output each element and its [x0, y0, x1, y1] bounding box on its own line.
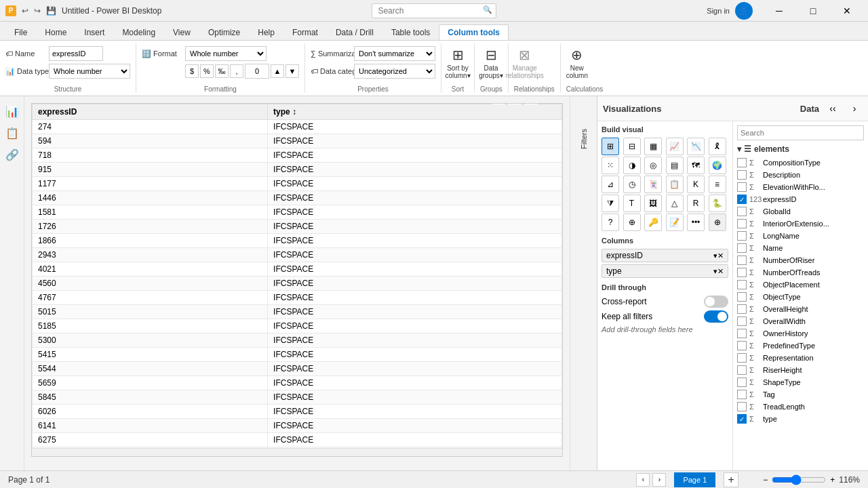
- field-checkbox[interactable]: [737, 402, 747, 411]
- new-column-btn[interactable]: ⊕ Newcolumn: [566, 45, 588, 81]
- data-groups-btn[interactable]: ⊟ Datagroups▾: [480, 45, 502, 81]
- viz-btn-key-inf[interactable]: 🔑: [644, 214, 662, 231]
- table-row[interactable]: 4767IFCSPACE: [33, 291, 562, 305]
- field-item[interactable]: ΣPredefinedType: [737, 340, 864, 352]
- viz-btn-more[interactable]: •••: [687, 214, 705, 231]
- sort-by-column-btn[interactable]: ⊞ Sort bycolumn▾: [447, 45, 469, 81]
- tab-optimize[interactable]: Optimize: [199, 24, 249, 40]
- sidebar-data-icon[interactable]: 📋: [3, 123, 22, 142]
- field-checkbox[interactable]: [737, 329, 747, 338]
- viz-btn-bar[interactable]: ▦: [644, 138, 662, 155]
- field-item[interactable]: ✓Σtype: [737, 413, 864, 425]
- field-item[interactable]: ΣDescription: [737, 169, 864, 181]
- field-checkbox[interactable]: [737, 207, 747, 216]
- field-checkbox[interactable]: [737, 317, 747, 326]
- avatar[interactable]: 👤: [735, 2, 753, 20]
- viz-btn-shape[interactable]: △: [666, 195, 684, 212]
- field-checkbox[interactable]: [737, 182, 747, 192]
- field-item[interactable]: ΣObjectPlacement: [737, 279, 864, 291]
- table-row[interactable]: 4560IFCSPACE: [33, 277, 562, 291]
- currency-btn[interactable]: $: [185, 64, 199, 78]
- viz-btn-pie[interactable]: ◑: [623, 157, 641, 174]
- field-item[interactable]: ΣOwnerHistory: [737, 327, 864, 340]
- field-checkbox[interactable]: [737, 304, 747, 314]
- viz-btn-smart-narr[interactable]: 📝: [666, 214, 684, 231]
- field-checkbox[interactable]: ✓: [737, 414, 747, 424]
- tab-modeling[interactable]: Modeling: [113, 24, 164, 40]
- zoom-slider[interactable]: [772, 474, 826, 485]
- viz-btn-matrix[interactable]: ⊟: [623, 138, 641, 155]
- permille-btn[interactable]: ‰: [215, 64, 229, 78]
- field-checkbox[interactable]: [737, 219, 747, 228]
- tab-view[interactable]: View: [164, 24, 199, 40]
- table-row[interactable]: 1177IFCSPACE: [33, 177, 562, 191]
- viz-btn-card[interactable]: 🃏: [644, 176, 662, 193]
- table-row[interactable]: 274IFCSPACE: [33, 120, 562, 134]
- close-btn[interactable]: ✕: [831, 0, 863, 22]
- field-checkbox[interactable]: [737, 390, 747, 399]
- table-row[interactable]: 915IFCSPACE: [33, 163, 562, 177]
- field-checkbox[interactable]: [737, 268, 747, 277]
- viz-btn-build[interactable]: ⊕: [709, 214, 726, 231]
- viz-btn-text[interactable]: T: [623, 195, 641, 212]
- sidebar-report-icon[interactable]: 📊: [3, 102, 22, 121]
- add-drill-text[interactable]: Add drill-through fields here: [601, 325, 728, 333]
- minimize-btn[interactable]: ─: [764, 0, 795, 22]
- tab-format[interactable]: Format: [283, 24, 327, 40]
- table-row[interactable]: 6026IFCSPACE: [33, 405, 562, 419]
- pill-type-remove[interactable]: ✕: [717, 267, 724, 276]
- viz-btn-image[interactable]: 🖼: [644, 195, 662, 212]
- table-row[interactable]: 5415IFCSPACE: [33, 348, 562, 362]
- field-checkbox[interactable]: [737, 256, 747, 265]
- viz-btn-slicer[interactable]: ≡: [709, 176, 726, 193]
- cross-report-toggle[interactable]: [704, 296, 728, 308]
- field-checkbox[interactable]: ✓: [737, 195, 747, 204]
- field-item[interactable]: ΣOverallWidth: [737, 315, 864, 327]
- tab-column-tools[interactable]: Column tools: [439, 24, 509, 40]
- field-item[interactable]: ΣRepresentation: [737, 352, 864, 364]
- col-header-expressid[interactable]: expressID: [33, 104, 268, 120]
- field-item[interactable]: ΣLongName: [737, 230, 864, 242]
- viz-collapse-left-btn[interactable]: ‹‹: [825, 100, 841, 117]
- prev-page-btn[interactable]: ‹: [636, 473, 650, 487]
- table-row[interactable]: 5185IFCSPACE: [33, 319, 562, 333]
- table-row[interactable]: 1581IFCSPACE: [33, 205, 562, 220]
- sidebar-model-icon[interactable]: 🔗: [3, 145, 22, 164]
- redo-btn[interactable]: ↪: [34, 6, 41, 16]
- table-row[interactable]: 718IFCSPACE: [33, 148, 562, 163]
- field-checkbox[interactable]: [737, 292, 747, 302]
- table-row[interactable]: 1866IFCSPACE: [33, 234, 562, 248]
- tab-insert[interactable]: Insert: [75, 24, 113, 40]
- save-btn[interactable]: 💾: [46, 6, 56, 16]
- tab-data-drill[interactable]: Data / Drill: [327, 24, 382, 40]
- viz-btn-decomp[interactable]: ⊕: [623, 214, 641, 231]
- field-item[interactable]: ΣTreadLength: [737, 401, 864, 413]
- table-row[interactable]: 1726IFCSPACE: [33, 220, 562, 234]
- summarization-select[interactable]: Don't summarize Sum Average: [354, 46, 435, 61]
- table-row[interactable]: 6275IFCSPACE: [33, 433, 562, 447]
- undo-btn[interactable]: ↩: [22, 6, 28, 16]
- manage-relationships-btn[interactable]: ⊠ Managerelationships: [514, 45, 536, 81]
- viz-btn-gauge[interactable]: ◷: [623, 176, 641, 193]
- table-scroll[interactable]: expressID type ↕ 274IFCSPACE594IFCSPACE7…: [32, 104, 562, 456]
- table-row[interactable]: 5544IFCSPACE: [33, 362, 562, 376]
- field-item[interactable]: ΣElevationWithFlo...: [737, 181, 864, 193]
- percent-btn[interactable]: %: [200, 64, 214, 78]
- decimal-input[interactable]: [245, 64, 269, 79]
- viz-btn-area[interactable]: 📉: [687, 138, 705, 155]
- next-page-btn[interactable]: ›: [652, 473, 666, 487]
- zoom-in-btn[interactable]: +: [830, 475, 835, 485]
- horizontal-scrollbar[interactable]: [32, 448, 562, 456]
- arrow-up-btn[interactable]: ▲: [271, 64, 284, 78]
- tab-file[interactable]: File: [5, 24, 36, 40]
- table-row[interactable]: 594IFCSPACE: [33, 134, 562, 148]
- viz-btn-donut[interactable]: ◎: [644, 157, 662, 174]
- viz-btn-ribbon[interactable]: 🎗: [709, 138, 726, 155]
- viz-btn-treemap[interactable]: ▤: [666, 157, 684, 174]
- name-input[interactable]: [49, 46, 103, 61]
- field-checkbox[interactable]: [737, 243, 747, 253]
- comma-btn[interactable]: ,: [230, 64, 243, 78]
- keep-filters-toggle[interactable]: [704, 310, 728, 323]
- viz-btn-r[interactable]: R: [687, 195, 705, 212]
- table-row[interactable]: 5845IFCSPACE: [33, 390, 562, 405]
